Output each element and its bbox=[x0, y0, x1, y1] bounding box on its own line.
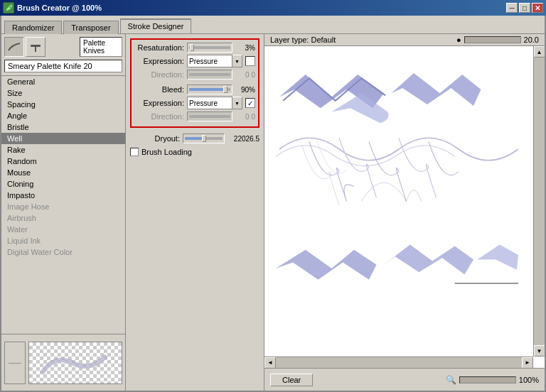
right-props: Resaturation: 3% Expression: Pressur bbox=[126, 34, 264, 391]
bleed-value: 90% bbox=[235, 86, 255, 94]
category-water[interactable]: Water bbox=[1, 224, 125, 235]
resaturation-slider[interactable] bbox=[187, 43, 232, 53]
scroll-down-button[interactable]: ▼ bbox=[534, 345, 545, 356]
dryout-slider[interactable] bbox=[183, 134, 225, 143]
resat-dir-slider bbox=[187, 70, 232, 80]
tab-bar: Randomizer Transposer Stroke Designer bbox=[1, 16, 545, 33]
canvas-scrollbar-right: ▲ ▼ bbox=[533, 46, 545, 356]
resat-dir-value: 0 0 bbox=[235, 71, 255, 79]
category-airbrush[interactable]: Airbrush bbox=[1, 212, 125, 224]
category-image-hose[interactable]: Image Hose bbox=[1, 201, 125, 212]
tab-randomizer[interactable]: Randomizer bbox=[4, 21, 62, 34]
bleed-dir-row: Direction: 0 0 bbox=[134, 111, 255, 121]
maximize-button[interactable]: □ bbox=[519, 3, 530, 13]
brush-preview-area: — bbox=[1, 334, 125, 391]
brush-type-1-button[interactable] bbox=[4, 37, 24, 57]
category-random[interactable]: Random bbox=[1, 156, 125, 167]
brush-stroke-preview bbox=[28, 342, 122, 384]
bleed-expr-dropdown-arrow[interactable]: ▼ bbox=[232, 97, 242, 109]
dryout-row: Dryout: 22026.5 bbox=[130, 134, 259, 143]
canvas-svg bbox=[264, 46, 533, 356]
tab-stroke-designer[interactable]: Stroke Designer bbox=[120, 18, 192, 33]
layer-dot: ● bbox=[456, 36, 461, 44]
svg-rect-0 bbox=[31, 45, 41, 47]
scroll-left-button[interactable]: ◄ bbox=[264, 357, 276, 369]
scroll-right-button[interactable]: ► bbox=[522, 357, 533, 369]
well-section: Resaturation: 3% Expression: Pressur bbox=[130, 38, 259, 128]
resat-expr-dropdown-arrow[interactable]: ▼ bbox=[232, 55, 242, 67]
scroll-up-button[interactable]: ▲ bbox=[534, 46, 545, 58]
layer-type-label: Layer type: Default bbox=[270, 36, 336, 44]
zoom-slider[interactable] bbox=[459, 376, 516, 383]
bleed-expr-checkbox[interactable]: ✓ bbox=[245, 98, 255, 108]
bleed-dir-label: Direction: bbox=[134, 112, 184, 121]
zoom-area: 🔍 100% bbox=[446, 375, 539, 385]
category-mouse[interactable]: Mouse bbox=[1, 167, 125, 178]
title-bar: 🖌 Brush Creator @ 100% ─ □ ✕ bbox=[0, 0, 546, 16]
minimize-button[interactable]: ─ bbox=[506, 3, 518, 13]
category-size[interactable]: Size bbox=[1, 87, 125, 99]
category-general[interactable]: General bbox=[1, 76, 125, 87]
content-area: Palette Knives Smeary Palette Knife 20 G… bbox=[1, 33, 545, 391]
brush-variant-name: Smeary Palette Knife 20 bbox=[4, 60, 122, 72]
layer-opacity-slider[interactable] bbox=[464, 36, 521, 43]
layer-bar: Layer type: Default ● 20.0 bbox=[264, 34, 545, 46]
resaturation-label: Resaturation: bbox=[134, 43, 184, 52]
bleed-row: Bleed: 90% bbox=[134, 85, 255, 94]
bottom-bar: Clear 🔍 100% bbox=[264, 368, 545, 391]
canvas-scroll-area: ▲ ▼ ◄ ► bbox=[264, 46, 545, 368]
category-rake[interactable]: Rake bbox=[1, 144, 125, 156]
left-panel: Palette Knives Smeary Palette Knife 20 G… bbox=[1, 34, 126, 391]
resaturation-value: 3% bbox=[235, 44, 255, 52]
category-impasto[interactable]: Impasto bbox=[1, 190, 125, 201]
category-well[interactable]: Well bbox=[1, 133, 125, 144]
category-spacing[interactable]: Spacing bbox=[1, 99, 125, 110]
bleed-expr-label: Expression: bbox=[134, 99, 184, 107]
canvas-content bbox=[264, 46, 533, 356]
canvas-area: Layer type: Default ● 20.0 bbox=[264, 34, 545, 391]
bleed-slider[interactable] bbox=[187, 85, 232, 94]
resat-expr-checkbox[interactable] bbox=[245, 56, 255, 66]
resat-expr-select-wrapper: Pressure ▼ bbox=[187, 55, 242, 67]
resaturation-row: Resaturation: 3% bbox=[134, 43, 255, 53]
category-angle[interactable]: Angle bbox=[1, 110, 125, 121]
resat-dir-label: Direction: bbox=[134, 70, 184, 79]
close-button[interactable]: ✕ bbox=[532, 3, 543, 13]
brush-selector: Palette Knives Smeary Palette Knife 20 bbox=[1, 34, 125, 76]
brush-loading-checkbox[interactable] bbox=[130, 148, 139, 156]
bleed-dir-value: 0 0 bbox=[235, 113, 255, 121]
bleed-expr-row: Expression: Pressure ▼ ✓ bbox=[134, 97, 255, 109]
bleed-dir-slider bbox=[187, 111, 232, 121]
brush-category-name: Palette Knives bbox=[80, 37, 122, 57]
resat-expr-row: Expression: Pressure ▼ bbox=[134, 55, 255, 67]
main-container: Randomizer Transposer Stroke Designer bbox=[0, 16, 546, 392]
resat-expr-label: Expression: bbox=[134, 57, 184, 65]
category-digital-water-color[interactable]: Digital Water Color bbox=[1, 246, 125, 258]
window-title: Brush Creator @ 100% bbox=[17, 4, 102, 12]
app-icon: 🖌 bbox=[3, 2, 14, 13]
category-cloning[interactable]: Cloning bbox=[1, 178, 125, 190]
brush-loading-label: Brush Loading bbox=[141, 148, 192, 156]
dryout-value: 22026.5 bbox=[228, 135, 259, 143]
category-bristle[interactable]: Bristle bbox=[1, 121, 125, 133]
dryout-label: Dryout: bbox=[130, 134, 180, 143]
scroll-track-right[interactable] bbox=[534, 58, 545, 345]
scroll-track-bottom[interactable] bbox=[276, 357, 522, 368]
tab-transposer[interactable]: Transposer bbox=[63, 21, 118, 34]
canvas-scrollbar-bottom: ◄ ► bbox=[264, 356, 533, 368]
category-list: General Size Spacing Angle Bristle Well … bbox=[1, 76, 125, 334]
clear-button[interactable]: Clear bbox=[270, 374, 313, 386]
zoom-value: 100% bbox=[519, 376, 539, 384]
bleed-expr-select[interactable]: Pressure bbox=[187, 97, 232, 109]
category-liquid-ink[interactable]: Liquid Ink bbox=[1, 235, 125, 246]
resat-expr-select[interactable]: Pressure bbox=[187, 55, 232, 67]
bleed-label: Bleed: bbox=[134, 85, 184, 94]
bleed-expr-select-wrapper: Pressure ▼ bbox=[187, 97, 242, 109]
resat-dir-row: Direction: 0 0 bbox=[134, 70, 255, 80]
layer-slider-area: ● 20.0 bbox=[456, 36, 539, 44]
brush-mini-preview: — bbox=[4, 342, 26, 384]
brush-loading-row: Brush Loading bbox=[130, 148, 259, 156]
brush-type-2-button[interactable] bbox=[26, 37, 46, 57]
layer-opacity-value: 20.0 bbox=[524, 36, 539, 44]
zoom-icon: 🔍 bbox=[446, 375, 456, 385]
